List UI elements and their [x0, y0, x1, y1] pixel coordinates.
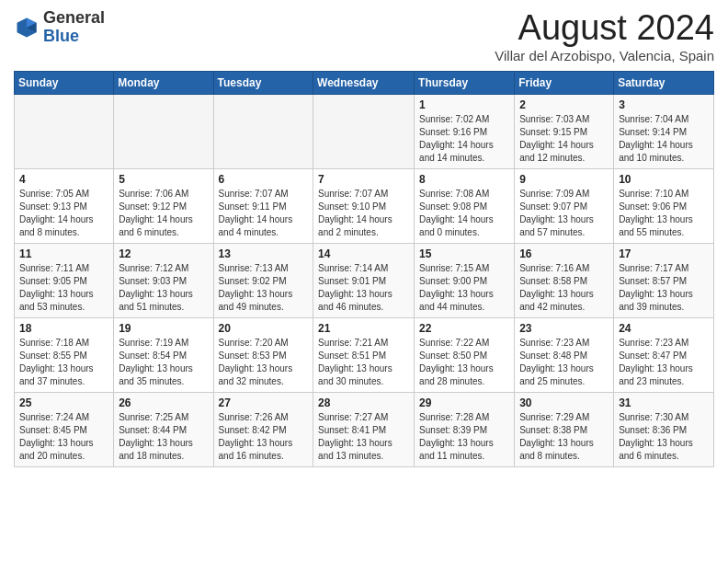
calendar-cell: [15, 94, 114, 168]
day-info: Sunrise: 7:06 AM Sunset: 9:12 PM Dayligh…: [119, 188, 208, 239]
column-header-monday: Monday: [114, 71, 213, 94]
calendar-cell: 27Sunrise: 7:26 AM Sunset: 8:42 PM Dayli…: [213, 392, 313, 466]
day-info: Sunrise: 7:22 AM Sunset: 8:50 PM Dayligh…: [419, 337, 509, 388]
day-info: Sunrise: 7:04 AM Sunset: 9:14 PM Dayligh…: [619, 113, 709, 165]
day-number: 23: [519, 322, 609, 335]
day-info: Sunrise: 7:07 AM Sunset: 9:11 PM Dayligh…: [219, 188, 309, 239]
logo-icon: [14, 15, 40, 40]
day-number: 14: [318, 247, 409, 260]
calendar-cell: [313, 94, 415, 168]
calendar-week-row: 4Sunrise: 7:05 AM Sunset: 9:13 PM Daylig…: [15, 168, 714, 243]
calendar-week-row: 11Sunrise: 7:11 AM Sunset: 9:05 PM Dayli…: [15, 243, 714, 317]
day-number: 6: [219, 173, 309, 186]
day-number: 29: [419, 396, 509, 409]
calendar-cell: [114, 94, 213, 168]
day-info: Sunrise: 7:08 AM Sunset: 9:08 PM Dayligh…: [419, 188, 509, 239]
calendar-cell: 23Sunrise: 7:23 AM Sunset: 8:48 PM Dayli…: [515, 317, 614, 392]
day-info: Sunrise: 7:11 AM Sunset: 9:05 PM Dayligh…: [19, 262, 108, 314]
calendar-cell: 13Sunrise: 7:13 AM Sunset: 9:02 PM Dayli…: [213, 243, 313, 317]
day-info: Sunrise: 7:25 AM Sunset: 8:44 PM Dayligh…: [119, 411, 208, 463]
day-number: 25: [19, 396, 108, 409]
calendar-cell: 15Sunrise: 7:15 AM Sunset: 9:00 PM Dayli…: [415, 243, 515, 317]
day-number: 17: [619, 247, 709, 260]
day-info: Sunrise: 7:02 AM Sunset: 9:16 PM Dayligh…: [419, 113, 509, 165]
column-header-friday: Friday: [515, 71, 614, 94]
day-info: Sunrise: 7:12 AM Sunset: 9:03 PM Dayligh…: [119, 262, 208, 314]
calendar-cell: 30Sunrise: 7:29 AM Sunset: 8:38 PM Dayli…: [515, 392, 614, 466]
calendar-cell: 18Sunrise: 7:18 AM Sunset: 8:55 PM Dayli…: [15, 317, 114, 392]
day-info: Sunrise: 7:29 AM Sunset: 8:38 PM Dayligh…: [519, 411, 609, 463]
day-info: Sunrise: 7:13 AM Sunset: 9:02 PM Dayligh…: [219, 262, 309, 314]
calendar-cell: 29Sunrise: 7:28 AM Sunset: 8:39 PM Dayli…: [415, 392, 515, 466]
page-header: General Blue August 2024 Villar del Arzo…: [14, 9, 714, 63]
calendar-cell: 5Sunrise: 7:06 AM Sunset: 9:12 PM Daylig…: [114, 168, 213, 243]
month-title: August 2024: [495, 9, 714, 48]
day-number: 9: [519, 173, 609, 186]
calendar-cell: 14Sunrise: 7:14 AM Sunset: 9:01 PM Dayli…: [313, 243, 415, 317]
calendar-cell: 2Sunrise: 7:03 AM Sunset: 9:15 PM Daylig…: [515, 94, 614, 168]
day-number: 28: [318, 396, 409, 409]
calendar-week-row: 18Sunrise: 7:18 AM Sunset: 8:55 PM Dayli…: [15, 317, 714, 392]
day-number: 7: [318, 173, 409, 186]
day-number: 22: [419, 322, 509, 335]
calendar-cell: 1Sunrise: 7:02 AM Sunset: 9:16 PM Daylig…: [415, 94, 515, 168]
calendar-cell: 16Sunrise: 7:16 AM Sunset: 8:58 PM Dayli…: [515, 243, 614, 317]
day-info: Sunrise: 7:20 AM Sunset: 8:53 PM Dayligh…: [219, 337, 309, 388]
title-area: August 2024 Villar del Arzobispo, Valenc…: [495, 9, 714, 63]
calendar-cell: 8Sunrise: 7:08 AM Sunset: 9:08 PM Daylig…: [415, 168, 515, 243]
day-info: Sunrise: 7:23 AM Sunset: 8:47 PM Dayligh…: [619, 337, 709, 388]
calendar-table: SundayMondayTuesdayWednesdayThursdayFrid…: [14, 71, 714, 467]
day-info: Sunrise: 7:16 AM Sunset: 8:58 PM Dayligh…: [519, 262, 609, 314]
calendar-cell: 22Sunrise: 7:22 AM Sunset: 8:50 PM Dayli…: [415, 317, 515, 392]
calendar-cell: 17Sunrise: 7:17 AM Sunset: 8:57 PM Dayli…: [614, 243, 714, 317]
day-info: Sunrise: 7:15 AM Sunset: 9:00 PM Dayligh…: [419, 262, 509, 314]
calendar-cell: 25Sunrise: 7:24 AM Sunset: 8:45 PM Dayli…: [15, 392, 114, 466]
day-info: Sunrise: 7:21 AM Sunset: 8:51 PM Dayligh…: [318, 337, 409, 388]
day-number: 8: [419, 173, 509, 186]
day-number: 20: [219, 322, 309, 335]
day-number: 18: [19, 322, 108, 335]
calendar-cell: 21Sunrise: 7:21 AM Sunset: 8:51 PM Dayli…: [313, 317, 415, 392]
day-info: Sunrise: 7:05 AM Sunset: 9:13 PM Dayligh…: [19, 188, 108, 239]
day-number: 31: [619, 396, 709, 409]
location-text: Villar del Arzobispo, Valencia, Spain: [495, 48, 714, 63]
day-number: 16: [519, 247, 609, 260]
calendar-cell: 4Sunrise: 7:05 AM Sunset: 9:13 PM Daylig…: [15, 168, 114, 243]
column-header-sunday: Sunday: [15, 71, 114, 94]
day-info: Sunrise: 7:30 AM Sunset: 8:36 PM Dayligh…: [619, 411, 709, 463]
column-header-wednesday: Wednesday: [313, 71, 415, 94]
day-info: Sunrise: 7:26 AM Sunset: 8:42 PM Dayligh…: [219, 411, 309, 463]
logo-text: General Blue: [43, 9, 105, 46]
calendar-cell: 12Sunrise: 7:12 AM Sunset: 9:03 PM Dayli…: [114, 243, 213, 317]
calendar-cell: 19Sunrise: 7:19 AM Sunset: 8:54 PM Dayli…: [114, 317, 213, 392]
day-number: 4: [19, 173, 108, 186]
day-info: Sunrise: 7:23 AM Sunset: 8:48 PM Dayligh…: [519, 337, 609, 388]
day-number: 19: [119, 322, 208, 335]
column-header-thursday: Thursday: [415, 71, 515, 94]
day-number: 1: [419, 98, 509, 111]
calendar-cell: 24Sunrise: 7:23 AM Sunset: 8:47 PM Dayli…: [614, 317, 714, 392]
day-number: 21: [318, 322, 409, 335]
day-info: Sunrise: 7:24 AM Sunset: 8:45 PM Dayligh…: [19, 411, 108, 463]
day-number: 11: [19, 247, 108, 260]
day-number: 24: [619, 322, 709, 335]
column-header-saturday: Saturday: [614, 71, 714, 94]
day-number: 12: [119, 247, 208, 260]
calendar-cell: 9Sunrise: 7:09 AM Sunset: 9:07 PM Daylig…: [515, 168, 614, 243]
day-number: 5: [119, 173, 208, 186]
day-info: Sunrise: 7:09 AM Sunset: 9:07 PM Dayligh…: [519, 188, 609, 239]
logo-blue-text: Blue: [43, 27, 79, 45]
calendar-cell: 6Sunrise: 7:07 AM Sunset: 9:11 PM Daylig…: [213, 168, 313, 243]
day-info: Sunrise: 7:14 AM Sunset: 9:01 PM Dayligh…: [318, 262, 409, 314]
day-number: 26: [119, 396, 208, 409]
column-header-tuesday: Tuesday: [213, 71, 313, 94]
calendar-cell: 3Sunrise: 7:04 AM Sunset: 9:14 PM Daylig…: [614, 94, 714, 168]
day-info: Sunrise: 7:28 AM Sunset: 8:39 PM Dayligh…: [419, 411, 509, 463]
logo: General Blue: [14, 9, 105, 46]
day-number: 30: [519, 396, 609, 409]
calendar-cell: [213, 94, 313, 168]
day-number: 13: [219, 247, 309, 260]
calendar-cell: 7Sunrise: 7:07 AM Sunset: 9:10 PM Daylig…: [313, 168, 415, 243]
day-info: Sunrise: 7:19 AM Sunset: 8:54 PM Dayligh…: [119, 337, 208, 388]
day-info: Sunrise: 7:03 AM Sunset: 9:15 PM Dayligh…: [519, 113, 609, 165]
